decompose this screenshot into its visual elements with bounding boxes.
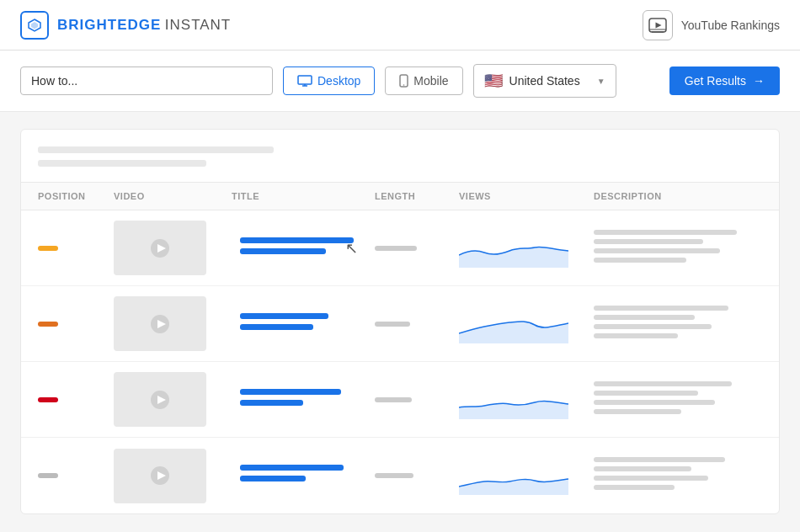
col-length: LENGTH — [375, 191, 459, 201]
main-content: POSITION VIDEO TITLE LENGTH VIEWS DESCRI… — [20, 129, 780, 514]
play-icon — [150, 466, 170, 486]
desc-cell — [594, 381, 762, 418]
mobile-tab[interactable]: Mobile — [385, 66, 462, 95]
country-select[interactable]: 🇺🇸 United States ▼ — [473, 64, 616, 98]
table-header: POSITION VIDEO TITLE LENGTH VIEWS DESCRI… — [21, 182, 779, 210]
skeleton-line-2 — [38, 160, 206, 167]
title-cell — [232, 465, 375, 487]
views-cell — [459, 377, 594, 423]
desc-bar — [594, 466, 691, 471]
play-icon — [150, 238, 170, 258]
position-indicator — [38, 473, 58, 478]
desc-bar — [594, 248, 720, 253]
mobile-icon — [399, 74, 408, 88]
youtube-icon-box — [643, 10, 673, 40]
table-row — [21, 438, 779, 513]
table-row — [21, 286, 779, 362]
desc-cell — [594, 230, 762, 267]
length-cell — [375, 397, 459, 402]
length-bar — [375, 397, 412, 402]
desc-bar — [594, 391, 698, 396]
title-cell — [232, 389, 375, 411]
play-icon — [150, 314, 170, 334]
search-input[interactable] — [20, 66, 273, 95]
desc-bar — [594, 457, 725, 462]
title-bar-1 — [240, 389, 341, 395]
country-label: United States — [509, 74, 580, 88]
toolbar: Desktop Mobile 🇺🇸 United States ▼ Get Re… — [0, 51, 800, 112]
position-cell — [38, 397, 114, 402]
logo-icon — [20, 11, 49, 40]
video-thumbnail[interactable] — [114, 449, 206, 503]
length-cell — [375, 246, 459, 251]
title-bar-1 — [240, 313, 328, 319]
title-bar-2 — [240, 324, 313, 330]
views-cell — [459, 301, 594, 347]
skeleton-area — [21, 130, 779, 182]
position-indicator — [38, 246, 58, 251]
table-row: ↖ — [21, 210, 779, 286]
sparkline-chart — [459, 301, 568, 343]
table-body: ↖ — [21, 210, 779, 513]
length-cell — [375, 473, 459, 478]
app-header: BRIGHTEDGE INSTANT YouTube Rankings — [0, 0, 800, 51]
title-cell: ↖ — [232, 237, 375, 259]
get-results-label: Get Results — [685, 74, 746, 88]
monitor-icon — [297, 75, 312, 87]
brand-name: BRIGHTEDGE INSTANT — [57, 17, 231, 34]
length-cell — [375, 322, 459, 327]
desc-bar — [594, 333, 678, 338]
desc-bar — [594, 258, 686, 263]
video-thumbnail[interactable] — [114, 296, 206, 351]
desc-bar — [594, 324, 712, 329]
video-thumbnail[interactable] — [114, 372, 206, 427]
chevron-down-icon: ▼ — [597, 77, 605, 86]
col-position: POSITION — [38, 191, 114, 201]
title-bar-2 — [240, 248, 326, 254]
length-bar — [375, 246, 417, 251]
position-indicator — [38, 397, 58, 402]
desc-bar — [594, 315, 695, 320]
header-right: YouTube Rankings — [643, 10, 780, 40]
video-cell — [114, 449, 232, 503]
desc-bar — [594, 476, 708, 481]
position-cell — [38, 473, 114, 478]
sparkline-chart — [459, 226, 568, 268]
video-cell — [114, 221, 232, 275]
title-bar-1 — [240, 237, 354, 243]
length-bar — [375, 473, 413, 478]
position-indicator — [38, 322, 58, 327]
svg-rect-6 — [298, 76, 312, 84]
svg-marker-3 — [655, 22, 661, 28]
position-cell — [38, 246, 114, 251]
col-description: DESCRIPTION — [594, 191, 762, 201]
svg-marker-1 — [31, 22, 38, 29]
desc-bar — [594, 230, 737, 235]
sparkline-chart — [459, 453, 568, 495]
play-icon — [150, 390, 170, 410]
title-cell — [232, 313, 375, 335]
col-video: VIDEO — [114, 191, 232, 201]
video-thumbnail[interactable] — [114, 221, 206, 275]
desc-bar — [594, 409, 681, 414]
title-bar-2 — [240, 476, 306, 481]
col-views: VIEWS — [459, 191, 594, 201]
title-bar-2 — [240, 400, 303, 406]
video-cell — [114, 372, 232, 427]
desktop-tab[interactable]: Desktop — [283, 66, 375, 95]
length-bar — [375, 322, 410, 327]
table-row — [21, 362, 779, 438]
title-bar-1 — [240, 465, 344, 471]
desc-bar — [594, 306, 728, 311]
col-title: TITLE — [232, 191, 375, 201]
desc-bar — [594, 400, 715, 405]
arrow-right-icon: → — [753, 74, 765, 88]
desktop-tab-label: Desktop — [317, 74, 360, 88]
desc-bar — [594, 381, 732, 386]
sparkline-chart — [459, 377, 568, 419]
desc-bar — [594, 485, 675, 490]
logo-area: BRIGHTEDGE INSTANT — [20, 11, 231, 40]
mobile-tab-label: Mobile — [413, 74, 448, 88]
get-results-button[interactable]: Get Results → — [669, 66, 780, 95]
flag-icon: 🇺🇸 — [484, 72, 503, 90]
